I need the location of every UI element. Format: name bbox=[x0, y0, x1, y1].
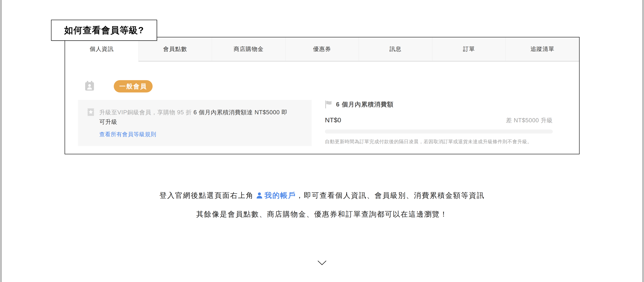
spend-title: 6 個月內累積消費額 bbox=[336, 100, 394, 109]
tab-coupons[interactable]: 優惠券 bbox=[285, 37, 359, 62]
tab-messages[interactable]: 訊息 bbox=[359, 37, 432, 62]
profile-tab-content: 一般會員 升級至VIP銅級會員，享購物 95 折 6 個月內累積消費額達 NT$… bbox=[65, 62, 579, 153]
member-level-label: 一般會員 bbox=[119, 82, 147, 91]
faq-page: 如何查看會員等級? 個人資訊 會員點數 商店購物金 優惠券 訊息 訂單 追蹤清單… bbox=[0, 0, 644, 282]
page-left-border bbox=[1, 0, 1, 282]
spend-progress-bar bbox=[325, 130, 553, 134]
tab-wishlist[interactable]: 追蹤清單 bbox=[506, 37, 579, 62]
tab-bar: 個人資訊 會員點數 商店購物金 優惠券 訊息 訂單 追蹤清單 bbox=[65, 37, 579, 62]
description-line-1: 登入官網後點選頁面右上角我的帳戶，即可查看個人資訊、會員級別、消費累積金額等資訊 bbox=[0, 190, 644, 200]
member-rules-link[interactable]: 查看所有會員等級規則 bbox=[99, 131, 156, 138]
member-level-badge: 一般會員 bbox=[114, 80, 152, 93]
my-account-link[interactable]: 我的帳戶 bbox=[254, 191, 296, 199]
spend-update-note: 自動更新時間為訂單完成付款後的隔日凌晨，若因取消訂單或退貨未達成升級條件則不會升… bbox=[325, 139, 553, 145]
tab-store-credit[interactable]: 商店購物金 bbox=[212, 37, 285, 62]
answer-description: 登入官網後點選頁面右上角我的帳戶，即可查看個人資訊、會員級別、消費累積金額等資訊… bbox=[0, 190, 644, 219]
page-right-border bbox=[643, 0, 643, 282]
page-title: 如何查看會員等級? bbox=[64, 24, 144, 36]
member-account-panel: 個人資訊 會員點數 商店購物金 優惠券 訊息 訂單 追蹤清單 一般會員 bbox=[64, 37, 580, 154]
spend-summary: 6 個月內累積消費額 NT$0 差 NT$5000 升級 自動更新時間為訂單完成… bbox=[325, 100, 553, 145]
upgrade-info-box: 升級至VIP銅級會員，享購物 95 折 6 個月內累積消費額達 NT$5000 … bbox=[78, 100, 312, 146]
description-line-2: 其餘像是會員點數、商店購物金、優惠券和訂單查詢都可以在這邊瀏覽！ bbox=[0, 209, 644, 219]
spend-remaining-amount: 差 NT$5000 升級 bbox=[506, 117, 553, 124]
upgrade-condition-text: 升級至VIP銅級會員，享購物 95 折 6 個月內累積消費額達 NT$5000 … bbox=[99, 108, 289, 127]
tab-profile[interactable]: 個人資訊 bbox=[65, 37, 138, 62]
chevron-down-icon[interactable] bbox=[318, 260, 326, 266]
id-card-icon bbox=[85, 81, 94, 91]
tab-points[interactable]: 會員點數 bbox=[138, 37, 212, 62]
person-icon bbox=[256, 192, 263, 199]
star-badge-icon bbox=[86, 108, 95, 116]
spend-current-amount: NT$0 bbox=[325, 116, 341, 124]
question-title-box: 如何查看會員等級? bbox=[51, 20, 157, 41]
flag-icon bbox=[325, 101, 333, 109]
tab-orders[interactable]: 訂單 bbox=[432, 37, 506, 62]
